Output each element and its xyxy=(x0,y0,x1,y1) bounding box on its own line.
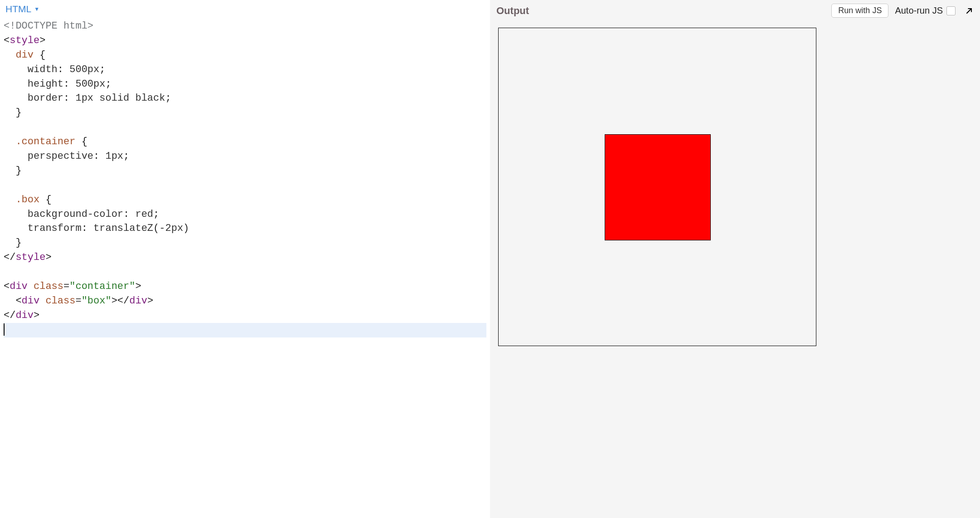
code-line[interactable]: <!DOCTYPE html> xyxy=(4,19,486,34)
code-line[interactable] xyxy=(4,265,486,279)
editor-header: HTML ▼ xyxy=(0,0,490,19)
output-body xyxy=(490,22,980,518)
text-cursor xyxy=(4,323,5,335)
app: HTML ▼ <!DOCTYPE html><style> div { widt… xyxy=(0,0,980,518)
code-line[interactable]: </div> xyxy=(4,308,486,323)
render-box xyxy=(605,134,711,240)
code-line[interactable]: } xyxy=(4,164,486,178)
code-line[interactable]: border: 1px solid black; xyxy=(4,91,486,106)
output-title: Output xyxy=(496,5,825,17)
render-container xyxy=(498,28,816,346)
run-with-js-button[interactable]: Run with JS xyxy=(831,4,888,18)
code-line[interactable]: div { xyxy=(4,48,486,63)
svg-line-0 xyxy=(967,9,971,13)
code-line[interactable]: perspective: 1px; xyxy=(4,149,486,164)
code-line[interactable] xyxy=(4,120,486,135)
code-cursor-line[interactable] xyxy=(4,323,486,337)
caret-down-icon: ▼ xyxy=(34,6,39,12)
autorun-toggle[interactable]: Auto-run JS xyxy=(895,5,956,16)
output-pane: Output Run with JS Auto-run JS xyxy=(490,0,980,518)
code-line[interactable] xyxy=(4,178,486,193)
code-line[interactable]: background-color: red; xyxy=(4,207,486,222)
code-line[interactable]: .box { xyxy=(4,193,486,207)
code-line[interactable]: <div class="box"></div> xyxy=(4,294,486,308)
code-line[interactable]: width: 500px; xyxy=(4,63,486,77)
code-line[interactable]: } xyxy=(4,236,486,250)
autorun-checkbox[interactable] xyxy=(946,6,956,15)
autorun-label: Auto-run JS xyxy=(895,5,943,16)
language-dropdown[interactable]: HTML ▼ xyxy=(5,4,39,15)
output-header: Output Run with JS Auto-run JS xyxy=(490,0,980,22)
code-line[interactable]: </style> xyxy=(4,250,486,265)
language-label: HTML xyxy=(5,4,31,15)
code-line[interactable]: transform: translateZ(-2px) xyxy=(4,221,486,236)
expand-icon[interactable] xyxy=(965,6,974,15)
code-line[interactable]: .container { xyxy=(4,135,486,149)
code-line[interactable]: <div class="container"> xyxy=(4,279,486,294)
code-line[interactable]: height: 500px; xyxy=(4,77,486,92)
code-line[interactable]: } xyxy=(4,106,486,120)
editor-pane: HTML ▼ <!DOCTYPE html><style> div { widt… xyxy=(0,0,490,518)
code-editor[interactable]: <!DOCTYPE html><style> div { width: 500p… xyxy=(0,19,490,518)
code-line[interactable]: <style> xyxy=(4,34,486,48)
